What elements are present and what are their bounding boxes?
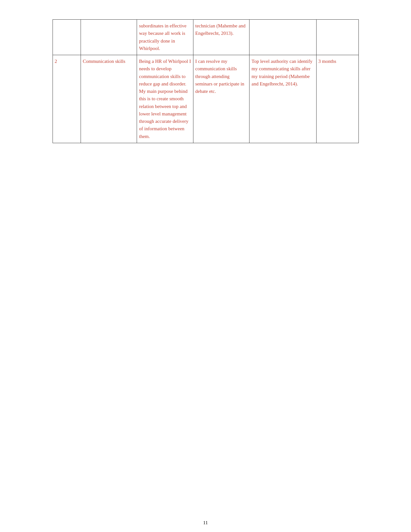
cell-1-6 bbox=[316, 20, 358, 55]
cell-2-6: 3 months bbox=[316, 55, 358, 143]
cell-2-5: Top level authority can identify my comm… bbox=[250, 55, 316, 143]
table-row: 2 Communication skills Being a HR of Whi… bbox=[53, 55, 358, 143]
cell-1-3: subordinates in effective way because al… bbox=[137, 20, 193, 55]
main-table: subordinates in effective way because al… bbox=[53, 19, 359, 143]
page-number: 11 bbox=[203, 510, 208, 532]
cell-1-4: technician (Mahembe and Engelbrecht, 201… bbox=[193, 20, 250, 55]
cell-2-1: 2 bbox=[53, 55, 81, 143]
page-wrapper: subordinates in effective way because al… bbox=[53, 19, 359, 510]
cell-2-3: Being a HR of Whirlpool I needs to devel… bbox=[137, 55, 193, 143]
cell-1-5 bbox=[250, 20, 316, 55]
cell-1-1 bbox=[53, 20, 81, 55]
cell-1-2 bbox=[81, 20, 137, 55]
cell-2-2: Communication skills bbox=[81, 55, 137, 143]
cell-2-4: I can resolve my communication skills th… bbox=[193, 55, 250, 143]
table-row: subordinates in effective way because al… bbox=[53, 20, 358, 55]
